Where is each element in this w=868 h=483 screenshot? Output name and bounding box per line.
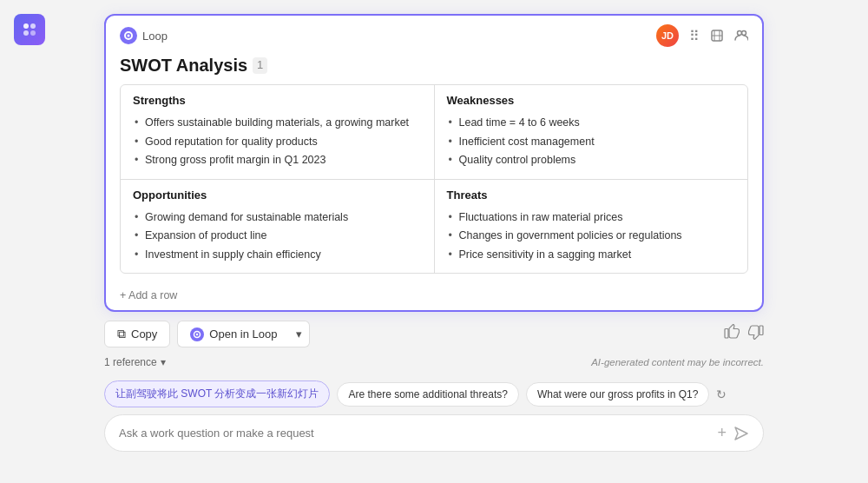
swot-row-2: Opportunities Growing demand for sustain… xyxy=(121,180,747,274)
copy-label: Copy xyxy=(131,328,157,341)
svg-point-0 xyxy=(23,23,29,29)
weaknesses-cell: Weaknesses Lead time = 4 to 6 weeks Inef… xyxy=(435,85,748,179)
thumbs-down-button[interactable] xyxy=(748,324,764,344)
svg-point-10 xyxy=(196,333,198,334)
reference-label[interactable]: 1 reference ▾ xyxy=(104,356,166,368)
strength-item-3: Strong gross profit margin in Q1 2023 xyxy=(133,151,422,170)
suggestion-chip-1[interactable]: 让副驾驶将此 SWOT 分析变成一张新幻灯片 xyxy=(104,380,330,407)
opportunity-item-2: Expansion of product line xyxy=(133,227,422,246)
share-icon-btn[interactable] xyxy=(710,29,724,43)
suggestions-area: 让副驾驶将此 SWOT 分析变成一张新幻灯片 Are there some ad… xyxy=(104,380,764,407)
reference-text: 1 reference xyxy=(104,356,157,368)
loop-label: Loop xyxy=(142,30,168,43)
send-button[interactable] xyxy=(733,426,749,441)
weaknesses-header: Weaknesses xyxy=(447,94,736,107)
action-bar: ⧉ Copy Open in Loop ▾ xyxy=(104,314,764,354)
swot-row-1: Strengths Offers sustainable building ma… xyxy=(121,85,747,180)
card-title-text: SWOT Analysis xyxy=(120,56,247,76)
input-actions: + xyxy=(717,424,749,442)
opportunity-item-3: Investment in supply chain efficiency xyxy=(133,246,422,265)
avatar: JD xyxy=(656,24,679,47)
action-bar-right xyxy=(724,324,764,344)
main-container: Loop JD ⠿ xyxy=(0,0,868,483)
thumbs-up-button[interactable] xyxy=(724,324,740,344)
threat-item-3: Price sensitivity in a sagging market xyxy=(447,246,736,265)
card-header-left: Loop xyxy=(120,27,168,44)
ai-disclaimer: AI-generated content may be incorrect. xyxy=(591,357,764,367)
add-row-button[interactable]: + Add a row xyxy=(106,282,762,310)
threats-cell: Threats Fluctuations in raw material pri… xyxy=(435,180,748,274)
threats-list: Fluctuations in raw material prices Chan… xyxy=(447,208,736,265)
threats-header: Threats xyxy=(447,189,736,202)
suggestion-chip-2[interactable]: Are there some additional threats? xyxy=(337,382,518,407)
svg-rect-12 xyxy=(760,326,763,335)
add-row-label: + Add a row xyxy=(120,289,177,301)
threat-item-1: Fluctuations in raw material prices xyxy=(447,208,736,228)
strength-item-1: Offers sustainable building materials, a… xyxy=(133,114,422,133)
app-icon xyxy=(14,14,45,45)
opportunity-item-1: Growing demand for sustainable materials xyxy=(133,208,422,228)
weakness-item-1: Lead time = 4 to 6 weeks xyxy=(447,114,736,133)
card-header: Loop JD ⠿ xyxy=(106,16,762,52)
suggestion-chip-3[interactable]: What were our gross profits in Q1? xyxy=(526,382,709,407)
svg-point-8 xyxy=(742,31,746,36)
copy-button[interactable]: ⧉ Copy xyxy=(104,321,170,347)
open-in-loop-label: Open in Loop xyxy=(209,328,277,341)
copy-icon: ⧉ xyxy=(117,327,126,341)
loop-brand-icon xyxy=(120,27,137,44)
people-icon-btn[interactable] xyxy=(734,29,748,43)
weakness-item-2: Inefficient cost management xyxy=(447,133,736,152)
swot-table: Strengths Offers sustainable building ma… xyxy=(120,84,748,274)
reference-chevron-icon: ▾ xyxy=(161,356,166,368)
opportunities-cell: Opportunities Growing demand for sustain… xyxy=(121,180,435,274)
open-in-loop-group: Open in Loop ▾ xyxy=(177,321,310,347)
open-in-loop-button[interactable]: Open in Loop xyxy=(177,321,289,347)
title-badge: 1 xyxy=(253,57,267,73)
svg-point-1 xyxy=(30,23,36,29)
loop-card: Loop JD ⠿ xyxy=(104,14,764,312)
card-title: SWOT Analysis 1 xyxy=(120,56,748,76)
loop-dropdown-button[interactable]: ▾ xyxy=(289,321,310,347)
chat-input[interactable] xyxy=(119,427,710,440)
opportunities-list: Growing demand for sustainable materials… xyxy=(133,208,422,265)
reference-bar: 1 reference ▾ AI-generated content may b… xyxy=(104,354,764,375)
weaknesses-list: Lead time = 4 to 6 weeks Inefficient cos… xyxy=(447,114,736,170)
threat-item-2: Changes in government policies or regula… xyxy=(447,227,736,246)
loop-btn-icon xyxy=(190,328,204,341)
refresh-suggestions-button[interactable]: ↻ xyxy=(716,387,727,401)
weakness-item-3: Quality control problems xyxy=(447,151,736,170)
strength-item-2: Good reputation for quality products xyxy=(133,133,422,152)
svg-point-2 xyxy=(23,30,29,36)
strengths-cell: Strengths Offers sustainable building ma… xyxy=(121,85,435,179)
card-header-right: JD ⠿ xyxy=(656,24,748,47)
dropdown-arrow-icon: ▾ xyxy=(296,328,302,341)
svg-rect-11 xyxy=(725,329,728,339)
opportunities-header: Opportunities xyxy=(133,189,422,202)
add-attachment-button[interactable]: + xyxy=(717,424,727,442)
svg-point-5 xyxy=(128,35,130,37)
svg-point-3 xyxy=(30,30,36,36)
card-title-area: SWOT Analysis 1 xyxy=(106,52,762,84)
strengths-header: Strengths xyxy=(133,94,422,107)
input-area: + xyxy=(104,414,764,452)
grid-icon-btn[interactable]: ⠿ xyxy=(689,28,700,44)
action-bar-left: ⧉ Copy Open in Loop ▾ xyxy=(104,321,310,347)
strengths-list: Offers sustainable building materials, a… xyxy=(133,114,422,170)
